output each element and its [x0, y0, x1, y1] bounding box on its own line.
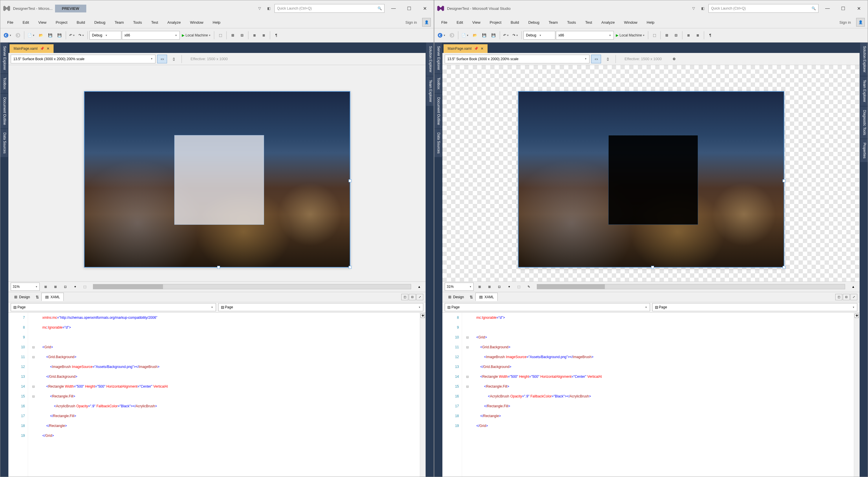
menu-build[interactable]: Build [73, 19, 89, 26]
grid2-icon[interactable]: ⊞ [485, 283, 493, 291]
design-surface[interactable] [442, 65, 860, 281]
expand-pane-button[interactable]: ⤢ [850, 294, 857, 300]
menu-test[interactable]: Test [581, 19, 596, 26]
design-surface[interactable] [8, 65, 426, 281]
orientation-landscape-button[interactable]: ▭ [157, 55, 167, 63]
dock-data-sources[interactable]: Data Sources [434, 129, 442, 157]
dock-diagnostic-tools[interactable]: Diagnostic Tools [860, 106, 868, 139]
minimize-button[interactable]: — [387, 4, 400, 13]
dock-server-explorer[interactable]: Server Explorer [434, 42, 442, 73]
dock-document-outline[interactable]: Document Outline [0, 94, 8, 129]
close-button[interactable]: ✕ [852, 4, 865, 13]
swap-panes-icon[interactable]: ⇅ [470, 295, 473, 299]
designer-hscroll[interactable] [537, 284, 845, 289]
save-all-button[interactable]: 💾 [489, 31, 498, 40]
close-tab-icon[interactable]: ✕ [46, 46, 50, 50]
run-button[interactable]: ▶ Local Machine▼ [180, 31, 212, 40]
save-button[interactable]: 💾 [480, 31, 489, 40]
menu-debug[interactable]: Debug [524, 19, 544, 26]
selection-handle[interactable] [349, 179, 351, 182]
nav-back-button[interactable]: ▼ [436, 31, 447, 40]
toolbar-btn-1[interactable]: ⬚ [216, 31, 225, 40]
redo-button[interactable]: ↷▼ [511, 31, 520, 40]
selection-handle[interactable] [217, 266, 220, 269]
new-project-button[interactable]: 📄▼ [26, 31, 36, 40]
code-content[interactable]: xmlns:mc="http://schemas.openxmlformats.… [38, 313, 426, 477]
menu-view[interactable]: View [34, 19, 51, 26]
feedback-icon[interactable]: ◧ [699, 5, 706, 12]
effects-icon[interactable]: ⬚ [81, 283, 89, 291]
vscroll[interactable] [854, 313, 860, 477]
dock-toolbox[interactable]: Toolbox [0, 74, 8, 93]
split-vertical-button[interactable]: ◫ [835, 294, 842, 300]
undo-button[interactable]: ↶▼ [68, 31, 76, 40]
toolbar-btn-3[interactable]: ⊟ [238, 31, 246, 40]
toolbar-btn-4[interactable]: ≣ [250, 31, 259, 40]
menu-team[interactable]: Team [111, 19, 128, 26]
dock-data-sources[interactable]: Data Sources [0, 129, 8, 157]
device-dropdown[interactable]: 13.5" Surface Book (3000 x 2000) 200% sc… [11, 55, 155, 63]
orientation-portrait-button[interactable]: ▯ [603, 55, 613, 63]
doc-tab-mainpage[interactable]: MainPage.xaml 📌 ✕ [443, 44, 488, 53]
element-selector-right[interactable]: ▤ Page▼ [218, 303, 424, 311]
menu-team[interactable]: Team [545, 19, 562, 26]
menu-file[interactable]: File [3, 19, 18, 26]
menu-edit[interactable]: Edit [19, 19, 33, 26]
split-horizontal-button[interactable]: ⊟ [843, 294, 850, 300]
dock-server-explorer[interactable]: Server Explorer [0, 42, 8, 73]
snap2-icon[interactable]: ✦ [505, 283, 513, 291]
menu-debug[interactable]: Debug [90, 19, 110, 26]
selection-handle[interactable] [349, 266, 351, 269]
run-button[interactable]: ▶ Local Machine▼ [614, 31, 646, 40]
effects-icon[interactable]: ⬚ [515, 283, 523, 291]
pin-icon[interactable]: 📌 [40, 46, 44, 50]
designer-hscroll[interactable] [93, 284, 411, 289]
close-button[interactable]: ✕ [418, 4, 431, 13]
signin-link[interactable]: Sign in [835, 19, 855, 26]
xaml-editor[interactable]: 8910111213141516171819 ⊟⊟⊟⊟ mc:Ignorable… [442, 313, 860, 477]
vscroll[interactable] [420, 313, 426, 477]
artboard[interactable] [518, 91, 784, 268]
menu-analyze[interactable]: Analyze [163, 19, 185, 26]
toolbar-btn-3[interactable]: ⊟ [672, 31, 680, 40]
close-tab-icon[interactable]: ✕ [480, 46, 484, 50]
dock-document-outline[interactable]: Document Outline [434, 94, 442, 129]
save-all-button[interactable]: 💾 [55, 31, 64, 40]
save-button[interactable]: 💾 [46, 31, 55, 40]
device-dropdown[interactable]: 13.5" Surface Book (3000 x 2000) 200% sc… [445, 55, 589, 63]
open-file-button[interactable]: 📂 [471, 31, 479, 40]
quick-launch-input[interactable]: Quick Launch (Ctrl+Q) 🔍 [709, 4, 818, 13]
artboard[interactable] [84, 91, 350, 268]
undo-button[interactable]: ↶▼ [502, 31, 510, 40]
code-icon[interactable]: ✎ [525, 283, 533, 291]
toolbar-btn-5[interactable]: ≣ [259, 31, 268, 40]
element-selector-left[interactable]: ▤ Page▼ [445, 303, 650, 311]
config-dropdown[interactable]: Debug▼ [90, 31, 121, 40]
split-editor-icon[interactable]: ✚ [855, 314, 859, 318]
zoom-dropdown[interactable]: 31%▼ [11, 283, 40, 291]
user-avatar-icon[interactable]: 👤 [856, 18, 865, 27]
toolbar-btn-2[interactable]: ⊞ [228, 31, 237, 40]
menu-help[interactable]: Help [643, 19, 659, 26]
toolbar-btn-4[interactable]: ≣ [684, 31, 693, 40]
scroll-up-icon[interactable]: ▲ [849, 283, 857, 291]
open-file-button[interactable]: 📂 [37, 31, 45, 40]
doc-tab-mainpage[interactable]: MainPage.xaml 📌 ✕ [9, 44, 54, 53]
menu-tools[interactable]: Tools [563, 19, 580, 26]
menu-build[interactable]: Build [507, 19, 523, 26]
menu-window[interactable]: Window [186, 19, 207, 26]
menu-test[interactable]: Test [147, 19, 162, 26]
orientation-portrait-button[interactable]: ▯ [169, 55, 179, 63]
toolbar-btn-2[interactable]: ⊞ [662, 31, 671, 40]
dock-properties[interactable]: Properties [860, 139, 868, 162]
xaml-editor[interactable]: 78910111213141516171819 ⊟⊟⊟⊟ xmlns:mc="h… [8, 313, 426, 477]
snap-icon[interactable]: ⊡ [495, 283, 503, 291]
swap-panes-icon[interactable]: ⇅ [36, 295, 39, 299]
menu-analyze[interactable]: Analyze [597, 19, 619, 26]
nav-forward-button[interactable] [447, 31, 456, 40]
redo-button[interactable]: ↷▼ [77, 31, 86, 40]
pin-icon[interactable]: 📌 [474, 46, 478, 50]
dock-toolbox[interactable]: Toolbox [434, 74, 442, 93]
zoom-dropdown[interactable]: 31%▼ [445, 283, 474, 291]
toolbar-btn-5[interactable]: ≣ [693, 31, 702, 40]
